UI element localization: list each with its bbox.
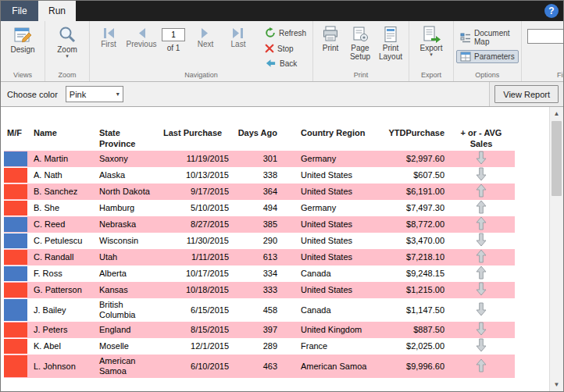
cell-country-region: United States xyxy=(280,184,376,200)
table-row: K. AbelMoselle12/1/2015289France$2,025.0… xyxy=(4,338,515,355)
cell-country-region: Germany xyxy=(280,151,376,167)
cell-ytd-purchase: $9,996.60 xyxy=(376,355,448,378)
next-page-button[interactable]: Next xyxy=(189,23,222,48)
group-label-zoom: Zoom xyxy=(48,70,87,81)
print-button[interactable]: Print xyxy=(316,23,345,55)
tab-file[interactable]: File xyxy=(1,1,38,21)
zoom-icon xyxy=(57,25,77,45)
table-row: A. NathAlaska10/13/2015338United States$… xyxy=(4,167,515,184)
page-setup-button[interactable]: Page Setup xyxy=(345,23,375,63)
print-layout-icon xyxy=(381,25,400,44)
group-label-options: Options xyxy=(456,70,519,81)
group-label-find: Find xyxy=(524,70,564,81)
scroll-down-icon[interactable]: ▼ xyxy=(550,378,563,391)
page-number-input[interactable] xyxy=(162,28,185,41)
color-select-caret: ▾ xyxy=(116,91,120,98)
cell-days-ago: 463 xyxy=(232,355,280,378)
print-icon xyxy=(321,25,340,44)
choose-color-label: Choose color xyxy=(7,90,58,99)
cell-state-province: British Columbia xyxy=(96,298,160,322)
print-layout-label: Print Layout xyxy=(377,44,405,61)
cell-country-region: Canada xyxy=(280,265,376,282)
cell-gender xyxy=(4,355,30,378)
column-header-country-region: Country Region xyxy=(280,126,376,151)
table-row: L. JohnsonAmerican Samoa6/10/2015463Amer… xyxy=(4,355,515,378)
up-arrow-icon xyxy=(476,200,487,214)
scroll-up-icon[interactable]: ▲ xyxy=(550,107,563,120)
cell-last-purchase: 8/27/2015 xyxy=(160,216,232,233)
vertical-scrollbar[interactable]: ▲ ▼ xyxy=(549,107,563,391)
cell-gender xyxy=(4,249,30,265)
refresh-button[interactable]: Refresh xyxy=(261,26,310,40)
tab-run[interactable]: Run xyxy=(38,1,76,21)
options-stack: Document Map Parameters xyxy=(456,23,519,63)
ribbon: Design Views Zoom ▾ Zoom xyxy=(1,21,563,82)
zoom-button[interactable]: Zoom ▾ xyxy=(48,23,87,61)
down-arrow-icon xyxy=(476,322,487,336)
previous-page-button[interactable]: Previous xyxy=(125,23,158,48)
ribbon-group-print: Print Page Setup Print Layout Print xyxy=(313,21,409,81)
cell-days-ago: 333 xyxy=(232,282,280,298)
table-row: J. PetersEngland8/15/2015397United Kingd… xyxy=(4,322,515,338)
cell-state-province: Utah xyxy=(96,249,160,265)
cell-country-region: Germany xyxy=(280,200,376,216)
cell-name: G. Patterson xyxy=(30,282,96,298)
refresh-label: Refresh xyxy=(279,29,306,37)
cell-last-purchase: 10/18/2015 xyxy=(160,282,232,298)
gender-bar xyxy=(4,201,27,216)
cell-country-region: United Kingdom xyxy=(280,322,376,338)
cell-gender xyxy=(4,282,30,298)
help-icon[interactable]: ? xyxy=(544,4,559,18)
cell-days-ago: 458 xyxy=(232,298,280,322)
cell-trend xyxy=(448,184,515,200)
cell-state-province: Moselle xyxy=(96,338,160,355)
gender-bar xyxy=(4,323,27,337)
cell-gender xyxy=(4,167,30,184)
gender-bar xyxy=(4,184,27,199)
design-button[interactable]: Design xyxy=(3,23,42,56)
print-layout-button[interactable]: Print Layout xyxy=(375,23,406,63)
last-page-button[interactable]: Last xyxy=(222,23,255,48)
group-label-export: Export xyxy=(412,70,451,81)
cell-name: C. Randall xyxy=(30,249,96,265)
scrollbar-thumb[interactable] xyxy=(552,121,562,196)
report-viewer: M/F Name State Province Last Purchase Da… xyxy=(1,107,563,391)
cell-name: B. She xyxy=(30,200,96,216)
last-page-icon xyxy=(230,27,246,40)
document-map-button[interactable]: Document Map xyxy=(456,27,519,48)
parameters-fields: Choose color Pink ▾ xyxy=(1,86,489,102)
cell-gender xyxy=(4,151,30,167)
cell-ytd-purchase: $6,191.00 xyxy=(376,184,448,200)
last-page-label: Last xyxy=(231,40,246,48)
table-row: C. PetulescuWisconsin11/30/2015290United… xyxy=(4,233,515,249)
view-report-button[interactable]: View Report xyxy=(494,85,559,103)
find-input[interactable] xyxy=(527,29,564,44)
refresh-icon xyxy=(265,27,276,38)
back-button[interactable]: Back xyxy=(261,57,310,69)
column-header-avg-sales: + or - AVG Sales xyxy=(448,126,515,151)
group-label-print: Print xyxy=(316,70,406,81)
view-report-area: View Report xyxy=(489,82,563,106)
cell-name: A. Nath xyxy=(30,167,96,184)
cell-state-province: Saxony xyxy=(96,151,160,167)
cell-country-region: American Samoa xyxy=(280,355,376,378)
parameters-button[interactable]: Parameters xyxy=(456,50,519,63)
cell-ytd-purchase: $2,997.60 xyxy=(376,151,448,167)
cell-country-region: United States xyxy=(280,282,376,298)
gender-bar xyxy=(4,250,27,265)
table-row: F. RossAlberta10/17/2015334Canada$9,248.… xyxy=(4,265,515,282)
color-select[interactable]: Pink ▾ xyxy=(66,86,123,102)
report-builder-window: File Run ? Design Views xyxy=(0,0,564,392)
cell-trend xyxy=(448,151,515,167)
report-canvas: M/F Name State Province Last Purchase Da… xyxy=(1,107,549,391)
export-button[interactable]: Export ▾ xyxy=(412,23,451,59)
cell-state-province: Nebraska xyxy=(96,216,160,233)
cell-gender xyxy=(4,338,30,355)
cell-days-ago: 385 xyxy=(232,216,280,233)
first-page-button[interactable]: First xyxy=(92,23,125,48)
table-row: B. SanchezNorth Dakota9/17/2015364United… xyxy=(4,184,515,200)
cell-last-purchase: 9/17/2015 xyxy=(160,184,232,200)
stop-button[interactable]: Stop xyxy=(261,42,310,55)
column-header-state-province: State Province xyxy=(96,126,160,151)
gender-bar xyxy=(4,299,27,321)
